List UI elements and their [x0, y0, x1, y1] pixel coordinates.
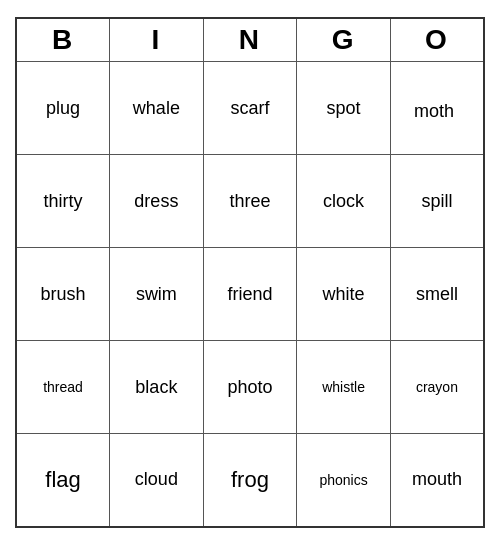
bingo-cell-4-4: mouth — [390, 434, 484, 527]
bingo-cell-2-3: white — [297, 248, 391, 341]
bingo-cell-4-2: frog — [203, 434, 297, 527]
bingo-cell-3-1: black — [110, 341, 204, 434]
bingo-cell-3-2: photo — [203, 341, 297, 434]
bingo-cell-1-0: thirty — [16, 155, 110, 248]
bingo-cell-2-0: brush — [16, 248, 110, 341]
header-col-b: B — [16, 18, 110, 62]
bingo-cell-3-3: whistle — [297, 341, 391, 434]
bingo-cell-4-3: phonics — [297, 434, 391, 527]
bingo-row-0: plugwhalescarfspotmoth — [16, 62, 484, 155]
bingo-cell-3-4: crayon — [390, 341, 484, 434]
bingo-cell-3-0: thread — [16, 341, 110, 434]
bingo-cell-2-4: smell — [390, 248, 484, 341]
bingo-cell-1-1: dress — [110, 155, 204, 248]
bingo-cell-0-3: spot — [297, 62, 391, 155]
bingo-cell-0-1: whale — [110, 62, 204, 155]
bingo-row-2: brushswimfriendwhitesmell — [16, 248, 484, 341]
bingo-cell-0-0: plug — [16, 62, 110, 155]
bingo-cell-1-2: three — [203, 155, 297, 248]
bingo-cell-4-0: flag — [16, 434, 110, 527]
bingo-cell-0-4: moth — [390, 62, 484, 155]
bingo-row-3: threadblackphotowhistlecrayon — [16, 341, 484, 434]
bingo-row-1: thirtydressthreeclockspill — [16, 155, 484, 248]
bingo-cell-1-4: spill — [390, 155, 484, 248]
bingo-card: BINGO plugwhalescarfspotmoththirtydresst… — [15, 17, 485, 528]
bingo-cell-2-2: friend — [203, 248, 297, 341]
bingo-cell-0-2: scarf — [203, 62, 297, 155]
header-col-n: N — [203, 18, 297, 62]
bingo-row-4: flagcloudfrogphonicsmouth — [16, 434, 484, 527]
header-col-i: I — [110, 18, 204, 62]
bingo-cell-2-1: swim — [110, 248, 204, 341]
header-col-o: O — [390, 18, 484, 62]
header-col-g: G — [297, 18, 391, 62]
bingo-cell-4-1: cloud — [110, 434, 204, 527]
bingo-cell-1-3: clock — [297, 155, 391, 248]
bingo-header-row: BINGO — [16, 18, 484, 62]
